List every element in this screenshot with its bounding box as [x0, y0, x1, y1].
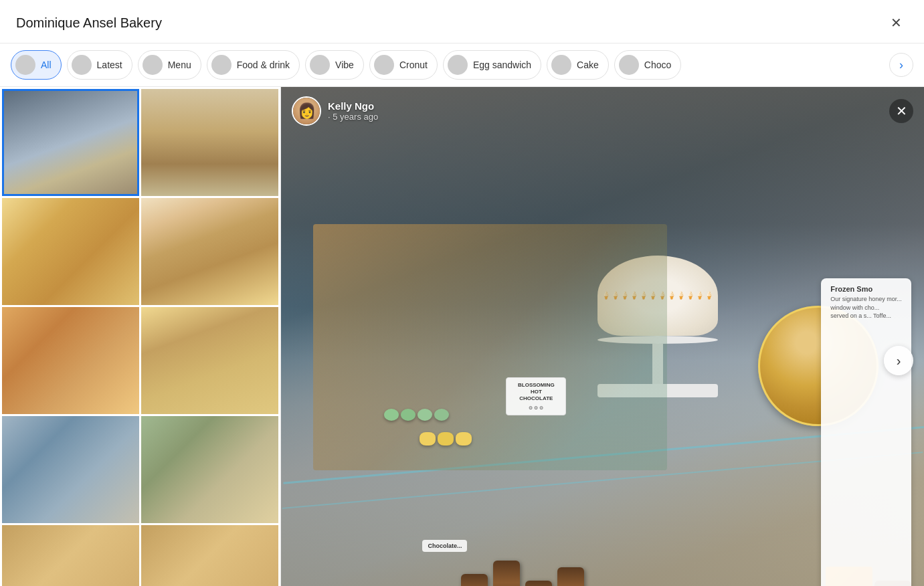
tab-thumb-egg — [448, 55, 468, 75]
user-meta: · 5 years ago — [328, 112, 378, 122]
grid-item[interactable] — [141, 307, 278, 414]
main-image-area: 🍦🍦🍦🍦🍦🍦🍦🍦🍦🍦🍦🍦 — [281, 87, 924, 586]
photo-grid — [0, 87, 281, 586]
grid-item[interactable] — [2, 416, 139, 523]
grid-image-1 — [2, 89, 139, 196]
grid-image-2 — [141, 89, 278, 196]
filter-next-button[interactable]: › — [889, 53, 913, 77]
filter-tab-all[interactable]: All — [11, 50, 62, 80]
page-title: Dominique Ansel Bakery — [16, 15, 162, 31]
tab-label-food: Food & drink — [237, 60, 290, 70]
grid-image-6 — [141, 307, 278, 414]
modal-container: Dominique Ansel Bakery ✕ AllLatestMenuFo… — [0, 0, 924, 586]
grid-item[interactable] — [2, 307, 139, 414]
filter-tab-cake[interactable]: Cake — [547, 50, 609, 80]
dot-separator: · — [328, 112, 331, 122]
info-card-title: Frozen Smo — [830, 285, 902, 293]
grid-item[interactable] — [141, 416, 278, 523]
grid-image-7 — [2, 416, 139, 523]
grid-image-5 — [2, 307, 139, 414]
user-name: Kelly Ngo — [328, 100, 378, 112]
grid-item[interactable] — [2, 525, 139, 586]
header: Dominique Ansel Bakery ✕ — [0, 0, 924, 43]
tab-thumb-latest — [72, 55, 92, 75]
tab-thumb-vibe — [310, 55, 330, 75]
info-card: Frozen Smo Our signature honey mor...win… — [821, 278, 911, 586]
tab-label-cronut: Cronut — [399, 60, 428, 70]
avatar: 👩 — [292, 96, 321, 126]
photo-viewer: 👩 Kelly Ngo · 5 years ago ✕ — [281, 87, 924, 586]
filter-tab-menu[interactable]: Menu — [138, 50, 201, 80]
grid-image-9 — [2, 525, 139, 586]
filter-row: AllLatestMenuFood & drinkVibeCronutEgg s… — [0, 43, 924, 87]
user-info: 👩 Kelly Ngo · 5 years ago — [292, 96, 378, 126]
close-button[interactable]: ✕ — [884, 11, 908, 35]
tab-label-latest: Latest — [97, 60, 122, 70]
viewer-next-button[interactable]: › — [884, 346, 913, 375]
filter-tab-vibe[interactable]: Vibe — [305, 50, 364, 80]
time-ago: 5 years ago — [333, 112, 378, 122]
grid-image-4 — [141, 198, 278, 305]
tab-thumb-cronut — [374, 55, 394, 75]
grid-image-8 — [141, 416, 278, 523]
tab-thumb-all — [15, 55, 35, 75]
filter-tab-egg[interactable]: Egg sandwich — [443, 50, 541, 80]
tab-thumb-cake — [551, 55, 571, 75]
info-card-body: Our signature honey mor...window with ch… — [830, 295, 902, 320]
tab-thumb-food — [211, 55, 232, 75]
grid-image-3 — [2, 198, 139, 305]
tab-thumb-menu — [143, 55, 163, 75]
main-content: 👩 Kelly Ngo · 5 years ago ✕ — [0, 87, 924, 586]
tab-thumb-choco — [619, 55, 639, 75]
tab-label-cake: Cake — [577, 60, 599, 70]
tab-label-choco: Choco — [644, 60, 671, 70]
grid-item[interactable] — [141, 525, 278, 586]
user-details: Kelly Ngo · 5 years ago — [328, 100, 378, 122]
viewer-header: 👩 Kelly Ngo · 5 years ago ✕ — [281, 87, 924, 135]
filter-tab-cronut[interactable]: Cronut — [369, 50, 438, 80]
viewer-close-button[interactable]: ✕ — [889, 99, 913, 123]
filter-tab-choco[interactable]: Choco — [614, 50, 681, 80]
filter-tab-food[interactable]: Food & drink — [207, 50, 300, 80]
grid-item[interactable] — [2, 198, 139, 305]
grid-item[interactable] — [141, 198, 278, 305]
grid-image-10 — [141, 525, 278, 586]
tab-label-all: All — [41, 60, 52, 70]
grid-item[interactable] — [2, 89, 139, 196]
tab-label-egg: Egg sandwich — [473, 60, 531, 70]
tab-label-menu: Menu — [168, 60, 191, 70]
grid-item[interactable] — [141, 89, 278, 196]
tab-label-vibe: Vibe — [335, 60, 354, 70]
filter-tab-latest[interactable]: Latest — [67, 50, 132, 80]
